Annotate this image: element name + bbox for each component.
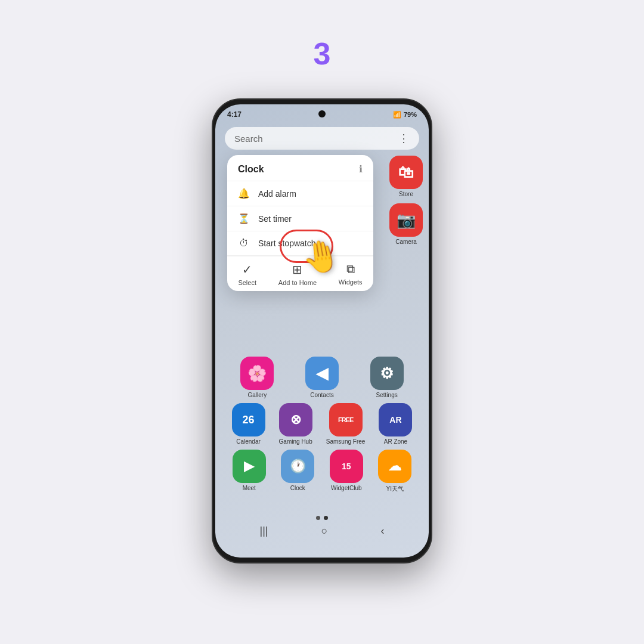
add-to-home-icon: ⊞ [292,262,302,277]
gaming-hub-icon: ⊗ [279,403,312,436]
select-label: Select [238,279,256,286]
widgetclub-label: WidgetClub [331,485,362,491]
ar-zone-icon: AR [379,403,412,436]
nav-recents-button[interactable]: ||| [260,525,268,537]
app-clock[interactable]: 🕐 Clock [281,450,314,493]
widgets-icon: ⧉ [346,262,355,276]
camera-label: Camera [395,239,417,245]
clock-label: Clock [290,485,305,491]
context-actions: ✓ Select ⊞ Add to Home ⧉ Widgets [227,256,373,291]
app-settings[interactable]: ⚙ Settings [370,357,404,398]
gallery-icon: 🌸 [240,357,274,390]
context-menu: Clock ℹ 🔔 Add alarm ⏳ Set timer ⏱ Start … [227,155,373,291]
gallery-label: Gallery [247,392,267,398]
calendar-label: Calendar [236,438,261,445]
store-label: Store [399,191,413,197]
app-camera[interactable]: 📷 Camera [389,203,423,245]
nav-buttons: ||| ○ ‹ [215,525,429,537]
ar-zone-label: AR Zone [384,438,407,445]
add-alarm-label: Add alarm [258,189,296,199]
app-gaming-hub[interactable]: ⊗ Gaming Hub [279,403,312,445]
weather-label: YI天气 [386,485,404,493]
settings-icon: ⚙ [370,357,404,390]
contacts-icon: ◀ [305,357,339,390]
nav-dot-2 [324,516,328,520]
wifi-icon: 📶 [393,111,401,119]
select-icon: ✓ [242,262,252,277]
app-widgetclub[interactable]: 15 WidgetClub [330,450,363,493]
context-info-icon[interactable]: ℹ [359,163,363,175]
app-gallery[interactable]: 🌸 Gallery [240,357,274,398]
phone-body: 4:17 📶 79% Search ⋮ Clock ℹ 🔔 [212,98,432,564]
right-app-column: 🛍 Store 📷 Camera [389,156,423,245]
timer-icon: ⏳ [238,213,250,224]
app-store[interactable]: 🛍 Store [389,156,423,197]
side-button[interactable] [431,219,432,255]
calendar-icon: 26 [232,403,265,436]
nav-dot-1 [316,516,320,520]
status-time: 4:17 [227,110,242,119]
battery-text: 79% [404,111,417,118]
meet-label: Meet [243,485,256,491]
app-calendar[interactable]: 26 Calendar [232,403,265,445]
app-rows: 🌸 Gallery ◀ Contacts ⚙ Settings 2 [215,357,429,498]
step-number: 3 [314,36,331,72]
nav-bar: ||| ○ ‹ [215,516,429,558]
camera-notch [318,110,326,117]
stopwatch-icon: ⏱ [238,238,250,249]
context-title: Clock [238,164,264,175]
alarm-icon: 🔔 [238,188,250,199]
phone-screen: 4:17 📶 79% Search ⋮ Clock ℹ 🔔 [215,104,429,558]
hand-cursor: 🤚 [299,236,343,278]
samsung-free-icon: FREE [329,403,363,436]
widgets-label: Widgets [339,278,363,286]
contacts-label: Contacts [310,392,333,398]
status-bar: 4:17 📶 79% [215,104,429,122]
samsung-free-label: Samsung Free [326,438,366,445]
gaming-hub-label: Gaming Hub [279,438,312,445]
status-icons: 📶 79% [393,111,417,119]
context-item-add-alarm[interactable]: 🔔 Add alarm [227,181,373,206]
app-row-1: 🌸 Gallery ◀ Contacts ⚙ Settings [225,357,419,398]
app-row-3: ▶ Meet 🕐 Clock 15 WidgetClub ☁ YI天气 [225,450,419,493]
phone-mockup: 4:17 📶 79% Search ⋮ Clock ℹ 🔔 [212,98,432,564]
clock-app-icon: 🕐 [281,450,314,483]
store-icon: 🛍 [389,156,423,189]
settings-label: Settings [376,392,398,398]
add-to-home-label: Add to Home [278,279,317,286]
context-item-set-timer[interactable]: ⏳ Set timer [227,206,373,231]
app-meet[interactable]: ▶ Meet [233,450,266,493]
widgetclub-icon: 15 [330,450,363,483]
camera-icon: 📷 [389,203,423,237]
app-row-2: 26 Calendar ⊗ Gaming Hub FREE Samsung Fr… [225,403,419,445]
app-samsung-free[interactable]: FREE Samsung Free [326,403,366,445]
search-more-icon[interactable]: ⋮ [398,132,410,145]
context-header: Clock ℹ [227,155,373,181]
select-action[interactable]: ✓ Select [238,262,256,286]
nav-dots [316,516,328,520]
app-ar-zone[interactable]: AR AR Zone [379,403,412,445]
nav-home-button[interactable]: ○ [321,525,328,537]
set-timer-label: Set timer [258,214,292,224]
nav-back-button[interactable]: ‹ [380,525,384,537]
search-bar[interactable]: Search ⋮ [225,127,419,150]
app-weather[interactable]: ☁ YI天气 [378,450,411,493]
app-contacts[interactable]: ◀ Contacts [305,357,339,398]
meet-icon: ▶ [233,450,266,483]
search-placeholder: Search [234,134,263,144]
weather-icon: ☁ [378,450,411,483]
